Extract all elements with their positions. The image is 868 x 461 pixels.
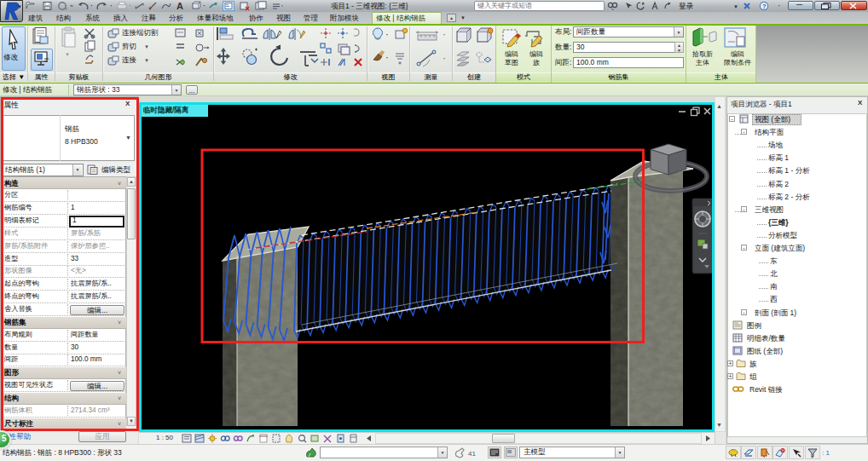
svg-text:?: ? — [762, 3, 767, 10]
svg-text:41: 41 — [468, 450, 476, 458]
svg-text:A: A — [176, 1, 183, 11]
